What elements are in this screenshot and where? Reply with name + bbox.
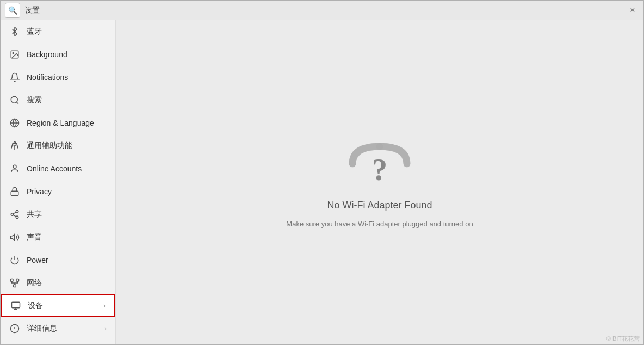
- sidebar-label-details: 详细信息: [27, 324, 98, 334]
- svg-line-12: [13, 215, 16, 217]
- svg-point-7: [13, 165, 16, 168]
- background-icon: [9, 49, 20, 60]
- svg-rect-8: [11, 191, 18, 195]
- svg-point-9: [16, 211, 18, 213]
- sidebar-item-details[interactable]: 详细信息 ›: [1, 317, 115, 340]
- sidebar-label-share: 共享: [27, 210, 107, 219]
- sidebar: 蓝牙 Background: [1, 20, 116, 344]
- share-icon: [9, 209, 20, 220]
- svg-line-3: [16, 102, 18, 103]
- sidebar-item-bluetooth[interactable]: 蓝牙: [1, 20, 115, 43]
- no-wifi-subtitle: Make sure you have a Wi-Fi adapter plugg…: [286, 220, 473, 228]
- svg-point-2: [11, 96, 17, 103]
- watermark: © BIT花花营: [606, 335, 640, 343]
- window-title: 设置: [24, 5, 40, 15]
- main-content: 蓝牙 Background: [1, 20, 643, 344]
- sidebar-label-accessibility: 通用辅助功能: [27, 141, 107, 151]
- search-icon: [9, 95, 20, 106]
- sidebar-item-network[interactable]: 网络: [1, 272, 115, 294]
- power-icon: [9, 255, 20, 266]
- network-icon: [9, 278, 20, 288]
- sidebar-item-accessibility[interactable]: 通用辅助功能: [1, 134, 115, 157]
- sidebar-label-search: 搜索: [27, 95, 107, 105]
- sidebar-item-devices[interactable]: 设备 ›: [1, 294, 115, 317]
- privacy-icon: [9, 186, 20, 197]
- sidebar-item-search[interactable]: 搜索: [1, 89, 115, 112]
- sidebar-label-bluetooth: 蓝牙: [27, 27, 107, 36]
- no-wifi-icon: ?: [347, 137, 412, 191]
- svg-line-13: [13, 212, 16, 214]
- sidebar-label-power: Power: [27, 256, 107, 264]
- titlebar: 🔍 设置 ×: [1, 1, 643, 20]
- chevron-right-icon-details: ›: [104, 325, 107, 332]
- info-icon: [9, 323, 20, 334]
- sidebar-item-power[interactable]: Power: [1, 249, 115, 272]
- search-button[interactable]: 🔍: [5, 3, 20, 18]
- sidebar-item-background[interactable]: Background: [1, 43, 115, 66]
- chevron-right-icon: ›: [103, 302, 106, 310]
- sidebar-item-notifications[interactable]: Notifications: [1, 66, 115, 89]
- svg-rect-17: [16, 279, 19, 282]
- sound-icon: [9, 232, 20, 243]
- no-wifi-container: ? No Wi-Fi Adapter Found Make sure you h…: [286, 137, 473, 228]
- sidebar-item-sound[interactable]: 声音: [1, 226, 115, 249]
- search-icon: 🔍: [8, 6, 17, 15]
- close-button[interactable]: ×: [626, 4, 639, 17]
- settings-window: 🔍 设置 × 蓝牙: [0, 0, 644, 345]
- svg-point-1: [13, 52, 14, 53]
- globe-icon: [9, 118, 20, 128]
- sidebar-label-privacy: Privacy: [27, 187, 107, 196]
- no-wifi-title: No Wi-Fi Adapter Found: [327, 200, 432, 211]
- svg-rect-18: [14, 285, 16, 287]
- sidebar-label-sound: 声音: [27, 232, 107, 242]
- sidebar-label-devices: 设备: [28, 301, 97, 311]
- sidebar-label-network: 网络: [27, 278, 107, 288]
- sidebar-item-privacy[interactable]: Privacy: [1, 180, 115, 203]
- sidebar-item-share[interactable]: 共享: [1, 203, 115, 226]
- devices-icon: [10, 300, 21, 311]
- sidebar-label-online-accounts: Online Accounts: [27, 164, 107, 173]
- content-area: ? No Wi-Fi Adapter Found Make sure you h…: [116, 20, 643, 344]
- sidebar-item-online-accounts[interactable]: Online Accounts: [1, 157, 115, 180]
- svg-point-11: [16, 216, 18, 219]
- sidebar-label-region: Region & Language: [27, 119, 107, 127]
- accounts-icon: [9, 163, 20, 174]
- bluetooth-icon: [9, 26, 20, 37]
- accessibility-icon: [9, 140, 20, 151]
- svg-text:?: ?: [372, 153, 387, 187]
- sidebar-label-notifications: Notifications: [27, 73, 107, 82]
- svg-marker-14: [11, 235, 15, 241]
- svg-point-10: [11, 213, 14, 216]
- svg-rect-16: [11, 279, 14, 282]
- titlebar-left: 🔍 设置: [5, 3, 40, 18]
- sidebar-label-background: Background: [27, 50, 107, 59]
- svg-rect-20: [12, 302, 20, 308]
- bell-icon: [9, 72, 20, 83]
- sidebar-item-region[interactable]: Region & Language: [1, 112, 115, 134]
